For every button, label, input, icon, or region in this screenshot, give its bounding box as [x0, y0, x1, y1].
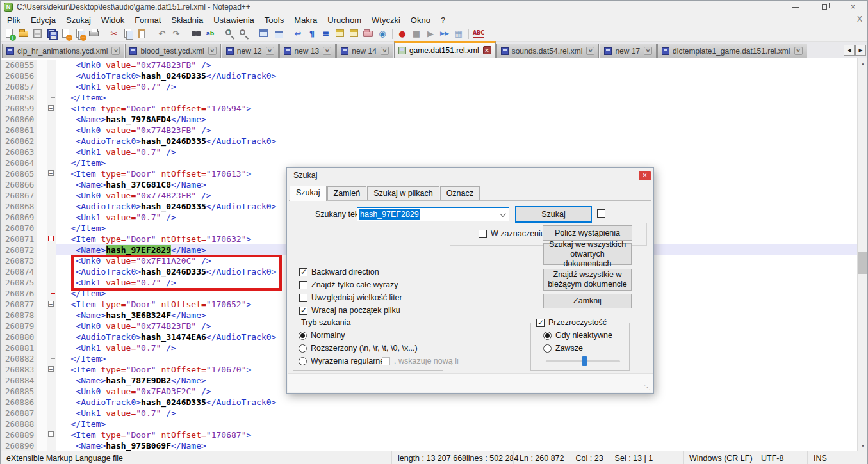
sync-vertical-icon[interactable]	[258, 28, 270, 40]
document-map-icon[interactable]	[334, 28, 347, 40]
bookmark-margin[interactable]	[37, 244, 47, 255]
fold-margin[interactable]: −	[47, 168, 56, 179]
close-button[interactable]: Zamknij	[543, 294, 632, 308]
code-line[interactable]: 260890 <Name>hash_975B069F</Name>	[1, 440, 858, 451]
search-mode-radio-wyrażenia[interactable]: Wyrażenia regularne	[299, 356, 384, 365]
scroll-up-arrow[interactable]: ▲	[858, 58, 868, 68]
fold-margin[interactable]	[47, 386, 56, 397]
vertical-scrollbar[interactable]: ▲ ▼	[857, 58, 867, 451]
bookmark-margin[interactable]	[37, 386, 47, 397]
bookmark-margin[interactable]	[37, 310, 47, 321]
tab-new-12[interactable]: new 12✕	[222, 44, 279, 58]
code-line[interactable]: 260889− <Item type="Door" ntOffset="1706…	[1, 429, 858, 440]
fold-margin[interactable]	[47, 70, 56, 81]
close-document-x-icon[interactable]: X	[857, 15, 862, 24]
macro-record-icon[interactable]: ●	[396, 28, 409, 40]
menu-tools[interactable]: Tools	[259, 14, 289, 26]
bookmark-margin[interactable]	[37, 375, 47, 386]
code-line[interactable]: 260861 <Unk0 value="0x774B23FB" />	[1, 125, 858, 136]
redo-icon[interactable]: ↷	[170, 28, 183, 40]
dialog-tab-szukaj[interactable]: Szukaj	[290, 186, 327, 201]
close-button[interactable]: ×	[839, 1, 867, 13]
fold-margin[interactable]	[47, 157, 56, 168]
macro-run-multiple-icon[interactable]: ▶▶	[438, 28, 451, 40]
tab-scroll-left-button[interactable]: ◀	[844, 45, 855, 56]
scroll-down-arrow[interactable]: ▼	[858, 440, 868, 451]
bookmark-margin[interactable]	[37, 440, 47, 451]
fold-margin[interactable]	[47, 375, 56, 386]
find-next-button[interactable]: Szukaj	[515, 206, 592, 223]
menu-edycja[interactable]: Edycja	[26, 14, 61, 26]
search-mode-radio-normalny[interactable]: Normalny	[299, 331, 345, 340]
menu-skadnia[interactable]: Składnia	[166, 14, 208, 26]
restore-button[interactable]	[810, 1, 839, 13]
bookmark-margin[interactable]	[37, 201, 47, 212]
fold-margin[interactable]	[47, 332, 56, 342]
code-line[interactable]: 260858 </Item>	[1, 92, 858, 103]
tab-new-17[interactable]: new 17✕	[600, 44, 657, 58]
tab-sounds-dat54-rel-xml[interactable]: sounds.dat54.rel.xml✕	[496, 44, 600, 58]
tab-scroll-right-button[interactable]: ▶	[855, 45, 866, 56]
chevron-down-icon[interactable]	[500, 211, 506, 217]
tab-close-icon[interactable]: ✕	[208, 47, 217, 55]
dialog-tab-szukaj-w-plikach[interactable]: Szukaj w plikach	[367, 186, 439, 200]
dialog-tab-oznacz[interactable]: Oznacz	[440, 186, 480, 200]
bookmark-margin[interactable]	[37, 60, 47, 70]
new-file-icon[interactable]: +	[3, 28, 16, 40]
tab-new-14[interactable]: new 14✕	[336, 44, 393, 58]
transparency-checkbox[interactable]: Przezroczystość	[534, 318, 609, 327]
fold-margin[interactable]: −	[47, 103, 56, 114]
fold-margin[interactable]	[47, 255, 56, 266]
minimize-button[interactable]	[781, 1, 810, 13]
menu-uruchom[interactable]: Uruchom	[322, 14, 366, 26]
bookmark-margin[interactable]	[37, 397, 47, 408]
file-monitoring-icon[interactable]: ◉	[376, 28, 389, 40]
replace-icon[interactable]: ab	[204, 28, 217, 40]
bookmark-margin[interactable]	[37, 332, 47, 342]
bookmark-margin[interactable]	[37, 342, 47, 353]
bookmark-margin[interactable]	[37, 321, 47, 332]
fold-margin[interactable]: −	[47, 429, 56, 440]
fold-margin[interactable]	[47, 353, 56, 364]
find-dialog-close-button[interactable]: ✕	[639, 171, 651, 180]
code-line[interactable]: 260855 <Unk0 value="0x774B23FB" />	[1, 60, 858, 70]
fold-margin[interactable]	[47, 190, 56, 201]
menu-format[interactable]: Format	[129, 14, 166, 26]
bookmark-margin[interactable]	[37, 212, 47, 223]
fold-margin[interactable]	[47, 342, 56, 353]
bookmark-margin[interactable]	[37, 266, 47, 277]
bookmark-margin[interactable]	[37, 70, 47, 81]
bookmark-margin[interactable]	[37, 429, 47, 440]
count-button[interactable]: Policz wystąpienia	[543, 225, 632, 241]
find-all-current-doc-button[interactable]: Znajdź wszystkie w bieżącym dokumencie	[543, 269, 632, 291]
resize-grip[interactable]: ⋱	[644, 383, 651, 392]
bookmark-margin[interactable]	[37, 353, 47, 364]
menu-makra[interactable]: Makra	[289, 14, 322, 26]
code-line[interactable]: 260856 <AudioTrack0>hash_0246D335</Audio…	[1, 70, 858, 81]
code-line[interactable]: 260859− <Item type="Door" ntOffset="1705…	[1, 103, 858, 114]
fold-margin[interactable]	[47, 201, 56, 212]
print-icon[interactable]	[88, 28, 101, 40]
transparency-slider[interactable]	[546, 360, 620, 362]
fold-margin[interactable]	[47, 277, 56, 288]
scrollbar-thumb[interactable]	[858, 252, 867, 274]
fold-margin[interactable]	[47, 397, 56, 408]
fold-margin[interactable]	[47, 114, 56, 125]
bookmark-margin[interactable]	[37, 147, 47, 157]
fold-margin[interactable]	[47, 60, 56, 70]
code-line[interactable]: 260862 <AudioTrack0>hash_0246D335</Audio…	[1, 136, 858, 147]
sync-horizontal-icon[interactable]	[272, 28, 284, 40]
find-what-combobox[interactable]: hash_97EF2829	[357, 207, 509, 221]
code-line[interactable]: 260886 <AudioTrack0>hash_0246D335</Audio…	[1, 397, 858, 408]
tab-dlctemplate1-game-dat151-rel-xml[interactable]: dlctemplate1_game.dat151.rel.xml✕	[657, 44, 807, 58]
option-checkbox-backward-direction[interactable]: Backward direction	[299, 268, 379, 276]
bookmark-margin[interactable]	[37, 136, 47, 147]
save-file-icon[interactable]	[31, 28, 44, 40]
fold-margin[interactable]	[47, 266, 56, 277]
bookmark-margin[interactable]	[37, 103, 47, 114]
menu-okno[interactable]: Okno	[405, 14, 436, 26]
fold-margin[interactable]	[47, 223, 56, 234]
menu-szukaj[interactable]: Szukaj	[61, 14, 96, 26]
option-checkbox-uwzgl-dniaj-wielko-liter[interactable]: Uwzględniaj wielkość liter	[299, 293, 402, 302]
fold-margin[interactable]	[47, 81, 56, 92]
